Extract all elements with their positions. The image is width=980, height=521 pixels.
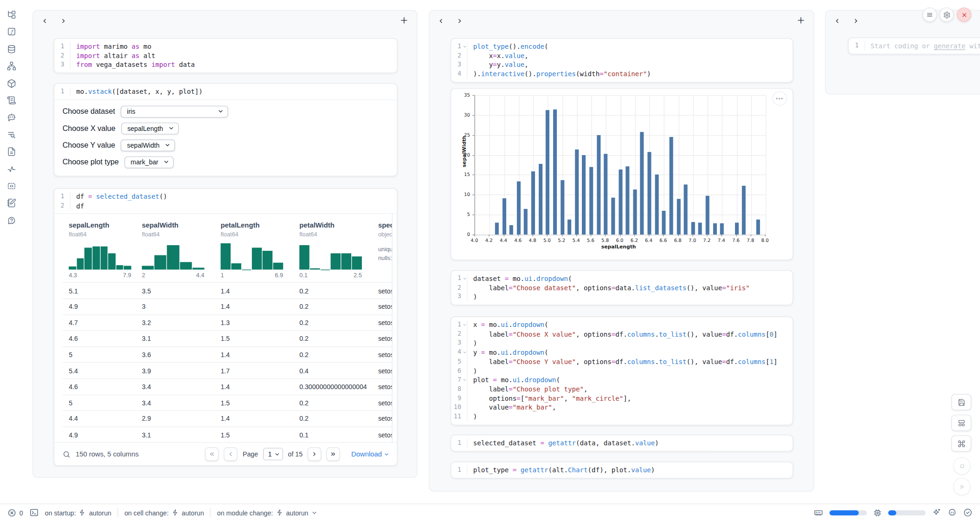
- add-cell-button[interactable]: [796, 16, 806, 26]
- errors-indicator[interactable]: 0: [7, 508, 23, 517]
- table-row[interactable]: 5.13.51.40.2setosa: [63, 282, 392, 298]
- layout-button[interactable]: [951, 415, 971, 431]
- code-editor[interactable]: 1df = selected_dataset()2df: [54, 189, 397, 214]
- chart-menu-button[interactable]: •••: [773, 91, 787, 106]
- column-header-species[interactable]: speciesobjectunique:nulls:: [378, 221, 393, 279]
- column-header-sepalWidth[interactable]: sepalWidthfloat6424.4: [142, 221, 221, 279]
- column-header-petalLength[interactable]: petalLengthfloat6416.9: [220, 221, 299, 279]
- table-row[interactable]: 4.73.21.30.2setosa: [63, 314, 392, 330]
- column-header-petalWidth[interactable]: petalWidthfloat640.12.5: [299, 221, 378, 279]
- snippets-icon[interactable]: [6, 181, 16, 190]
- column-2-header: [436, 16, 464, 26]
- settings-button[interactable]: [939, 7, 954, 22]
- code-cell-plot-type[interactable]: 1plot_type = getattr(alt.Chart(df), plot…: [451, 462, 793, 478]
- code-editor[interactable]: 1dataset = mo.ui.dropdown(2 label="Choos…: [451, 271, 792, 305]
- prev-page-button[interactable]: [224, 448, 238, 462]
- cpu-usage-meter[interactable]: [888, 510, 926, 515]
- packages-icon[interactable]: [6, 78, 16, 88]
- code-cell-vstack[interactable]: 1mo.vstack([dataset, x, y, plot]) Choose…: [54, 83, 398, 176]
- code-editor[interactable]: 1x = mo.ui.dropdown(2 label="Choose X va…: [451, 317, 792, 424]
- editor-placeholder[interactable]: Start coding or generate with: [865, 41, 980, 51]
- choose-dataset-select[interactable]: iris: [121, 105, 228, 117]
- code-cell-dataset-dropdown[interactable]: 1dataset = mo.ui.dropdown(2 label="Choos…: [451, 270, 793, 306]
- line-number: 11: [451, 412, 467, 422]
- choose-y-value-label: Choose Y value: [63, 141, 116, 150]
- column-scroll-left-button[interactable]: [39, 16, 50, 26]
- line-number: 2: [451, 51, 467, 60]
- line-number: 3: [451, 293, 467, 302]
- code-editor[interactable]: 1selected_dataset = getattr(data, datase…: [451, 435, 792, 450]
- line-number: 3: [54, 60, 71, 70]
- terminal-button[interactable]: [29, 508, 39, 517]
- code-editor[interactable]: 1import marimo as mo2import altair as al…: [54, 39, 397, 73]
- choose-y-value-select[interactable]: sepalWidth: [121, 139, 175, 151]
- column-scroll-right-button[interactable]: [454, 16, 464, 26]
- autorun-setting-0[interactable]: on startup:autorun: [45, 509, 111, 516]
- column-scroll-left-button[interactable]: [436, 16, 446, 26]
- page-select[interactable]: 1: [263, 448, 283, 461]
- download-button[interactable]: Download: [351, 450, 389, 458]
- dependency-graph-icon[interactable]: [6, 61, 16, 71]
- copilot-button[interactable]: [948, 508, 957, 517]
- stop-icon: [959, 462, 966, 469]
- table-footer: 150 rows, 5 columns Page 1 of 15 Downloa…: [54, 443, 397, 466]
- memory-usage-meter[interactable]: [829, 510, 867, 515]
- ai-sparkles-button[interactable]: [932, 508, 941, 517]
- scratchpad-icon[interactable]: [6, 198, 16, 208]
- code-cell-plot-encode[interactable]: 1plot_type().encode(2 x=x.value,3 y=y.va…: [451, 38, 793, 82]
- code-cell-selected-dataset[interactable]: 1selected_dataset = getattr(data, datase…: [451, 435, 793, 451]
- table-row[interactable]: 5.43.91.70.4setosa: [63, 362, 392, 378]
- column-scroll-right-button[interactable]: [58, 16, 68, 26]
- tracing-icon[interactable]: [6, 164, 16, 174]
- next-page-button[interactable]: [308, 448, 322, 462]
- dropdown-widgets-output: Choose datasetirisChoose X valuesepalLen…: [54, 100, 397, 176]
- stop-button[interactable]: [953, 457, 971, 475]
- table-row[interactable]: 53.61.40.2setosa: [63, 346, 392, 362]
- table-row[interactable]: 4.42.91.40.2setosa: [63, 410, 392, 426]
- outline-icon[interactable]: [6, 96, 16, 105]
- table-row[interactable]: 4.63.11.50.2setosa: [63, 330, 392, 346]
- file-explorer-icon[interactable]: [6, 10, 16, 20]
- logs-icon[interactable]: [6, 130, 16, 139]
- notebook-menu-button[interactable]: [922, 7, 937, 22]
- search-icon[interactable]: [63, 450, 71, 459]
- code-editor[interactable]: 1mo.vstack([dataset, x, y, plot]): [54, 84, 397, 99]
- line-number: 1: [451, 42, 467, 51]
- code-editor[interactable]: 1plot_type = getattr(alt.Chart(df), plot…: [451, 462, 792, 477]
- code-editor[interactable]: 1plot_type().encode(2 x=x.value,3 y=y.va…: [451, 39, 792, 82]
- choose-x-value-select[interactable]: sepalLength: [121, 123, 179, 135]
- column-3-header: [832, 16, 861, 26]
- save-icon: [957, 398, 966, 406]
- keyboard-shortcuts-button[interactable]: [951, 435, 971, 451]
- code-cell-dataframe[interactable]: 1df = selected_dataset()2df sepalLengthf…: [54, 188, 398, 466]
- table-row[interactable]: 4.63.41.40.30000000000000004setosa: [63, 378, 392, 394]
- datasources-icon[interactable]: [6, 44, 16, 53]
- autorun-setting-2[interactable]: on module change:autorun: [217, 509, 318, 516]
- choose-plot-type-select[interactable]: mark_bar: [124, 156, 174, 168]
- choose-plot-type-row: Choose plot typemark_bar: [63, 156, 397, 168]
- autorun-setting-1[interactable]: on cell change:autorun: [124, 509, 204, 516]
- empty-code-cell[interactable]: 1 Start coding or generate with: [848, 38, 980, 54]
- column-header-sepalLength[interactable]: sepalLengthfloat644.37.9: [69, 221, 142, 279]
- code-cell-xyplot-dropdowns[interactable]: 1x = mo.ui.dropdown(2 label="Choose X va…: [451, 317, 793, 425]
- add-cell-button[interactable]: [400, 16, 410, 26]
- column-scroll-right-button[interactable]: [851, 16, 861, 26]
- run-button[interactable]: [953, 478, 971, 495]
- column-1-header: [39, 16, 68, 26]
- save-button[interactable]: [951, 394, 971, 410]
- ai-chat-icon[interactable]: [6, 113, 16, 122]
- table-row[interactable]: 53.41.50.2setosa: [63, 394, 392, 410]
- generate-link[interactable]: generate: [934, 42, 966, 49]
- table-row[interactable]: 4.93.11.50.1setosa: [63, 426, 392, 442]
- last-page-button[interactable]: [326, 448, 340, 462]
- table-row[interactable]: 4.931.40.2setosa: [63, 298, 392, 314]
- connection-status-button[interactable]: [963, 508, 973, 517]
- help-icon[interactable]: [6, 215, 16, 225]
- variables-icon[interactable]: ƒ: [6, 27, 16, 36]
- close-column-button[interactable]: [957, 7, 971, 22]
- column-scroll-left-button[interactable]: [832, 16, 842, 26]
- bar-chart[interactable]: [474, 95, 766, 235]
- documentation-icon[interactable]: [6, 147, 16, 156]
- code-cell-imports[interactable]: 1import marimo as mo2import altair as al…: [54, 38, 398, 73]
- first-page-button[interactable]: [205, 448, 219, 462]
